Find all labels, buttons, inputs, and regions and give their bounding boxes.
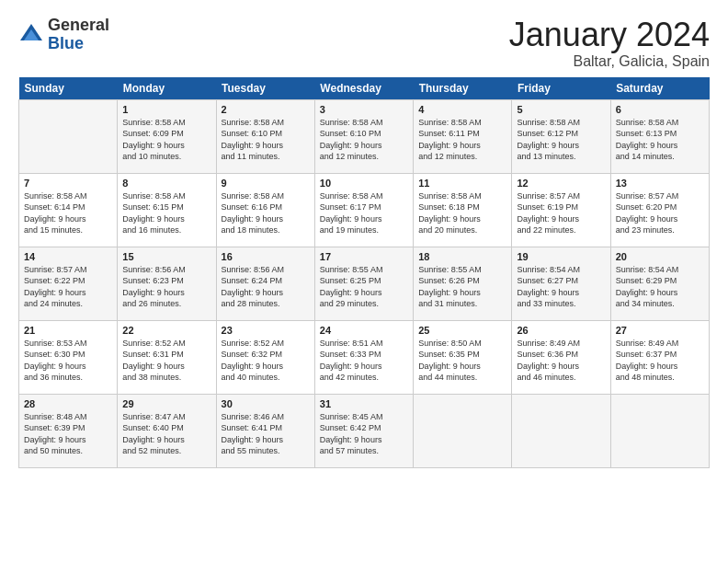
title-block: January 2024 Baltar, Galicia, Spain xyxy=(509,17,710,70)
calendar-cell: 4Sunrise: 8:58 AMSunset: 6:11 PMDaylight… xyxy=(414,99,512,173)
month-title: January 2024 xyxy=(509,17,710,53)
logo-text: General Blue xyxy=(48,17,109,53)
logo-general: General xyxy=(48,17,109,35)
cell-info: Sunrise: 8:57 AMSunset: 6:20 PMDaylight:… xyxy=(616,190,704,236)
header-cell-wednesday: Wednesday xyxy=(314,77,413,100)
calendar-cell xyxy=(19,99,118,173)
day-number: 25 xyxy=(418,325,506,336)
week-row-2: 14Sunrise: 8:57 AMSunset: 6:22 PMDayligh… xyxy=(19,247,710,320)
header: General Blue January 2024 Baltar, Galici… xyxy=(18,17,710,70)
calendar-cell: 21Sunrise: 8:53 AMSunset: 6:30 PMDayligh… xyxy=(19,320,118,394)
calendar-cell: 28Sunrise: 8:48 AMSunset: 6:39 PMDayligh… xyxy=(19,394,118,467)
day-number: 31 xyxy=(320,398,408,409)
cell-info: Sunrise: 8:56 AMSunset: 6:23 PMDaylight:… xyxy=(122,264,210,310)
calendar-cell: 22Sunrise: 8:52 AMSunset: 6:31 PMDayligh… xyxy=(118,320,216,394)
cell-info: Sunrise: 8:46 AMSunset: 6:41 PMDaylight:… xyxy=(222,411,310,457)
location: Baltar, Galicia, Spain xyxy=(509,53,710,70)
header-cell-monday: Monday xyxy=(118,77,216,100)
day-number: 4 xyxy=(418,104,506,115)
day-number: 5 xyxy=(517,104,605,115)
calendar-cell: 23Sunrise: 8:52 AMSunset: 6:32 PMDayligh… xyxy=(216,320,314,394)
header-cell-thursday: Thursday xyxy=(414,77,512,100)
page: General Blue January 2024 Baltar, Galici… xyxy=(0,0,728,563)
day-number: 12 xyxy=(517,178,605,189)
calendar-cell: 31Sunrise: 8:45 AMSunset: 6:42 PMDayligh… xyxy=(314,394,413,467)
day-number: 9 xyxy=(222,178,310,189)
cell-info: Sunrise: 8:52 AMSunset: 6:31 PMDaylight:… xyxy=(122,338,210,384)
day-number: 15 xyxy=(122,251,210,262)
cell-info: Sunrise: 8:57 AMSunset: 6:22 PMDaylight:… xyxy=(24,264,112,310)
day-number: 29 xyxy=(122,398,210,409)
day-number: 2 xyxy=(222,104,310,115)
calendar-cell: 30Sunrise: 8:46 AMSunset: 6:41 PMDayligh… xyxy=(216,394,314,467)
cell-info: Sunrise: 8:58 AMSunset: 6:17 PMDaylight:… xyxy=(320,190,408,236)
cell-info: Sunrise: 8:58 AMSunset: 6:10 PMDaylight:… xyxy=(320,117,408,163)
cell-info: Sunrise: 8:45 AMSunset: 6:42 PMDaylight:… xyxy=(320,411,408,457)
calendar-cell: 25Sunrise: 8:50 AMSunset: 6:35 PMDayligh… xyxy=(414,320,512,394)
cell-info: Sunrise: 8:58 AMSunset: 6:09 PMDaylight:… xyxy=(122,117,210,163)
calendar-cell: 26Sunrise: 8:49 AMSunset: 6:36 PMDayligh… xyxy=(512,320,610,394)
week-row-1: 7Sunrise: 8:58 AMSunset: 6:14 PMDaylight… xyxy=(19,173,710,247)
calendar-cell: 27Sunrise: 8:49 AMSunset: 6:37 PMDayligh… xyxy=(610,320,709,394)
cell-info: Sunrise: 8:57 AMSunset: 6:19 PMDaylight:… xyxy=(517,190,605,236)
week-row-3: 21Sunrise: 8:53 AMSunset: 6:30 PMDayligh… xyxy=(19,320,710,394)
day-number: 24 xyxy=(320,325,408,336)
cell-info: Sunrise: 8:58 AMSunset: 6:15 PMDaylight:… xyxy=(122,190,210,236)
day-number: 18 xyxy=(418,251,506,262)
cell-info: Sunrise: 8:58 AMSunset: 6:13 PMDaylight:… xyxy=(616,117,704,163)
day-number: 26 xyxy=(517,325,605,336)
calendar-cell: 18Sunrise: 8:55 AMSunset: 6:26 PMDayligh… xyxy=(414,247,512,320)
cell-info: Sunrise: 8:55 AMSunset: 6:26 PMDaylight:… xyxy=(418,264,506,310)
day-number: 8 xyxy=(122,178,210,189)
cell-info: Sunrise: 8:48 AMSunset: 6:39 PMDaylight:… xyxy=(24,411,112,457)
calendar-cell: 3Sunrise: 8:58 AMSunset: 6:10 PMDaylight… xyxy=(314,99,413,173)
cell-info: Sunrise: 8:58 AMSunset: 6:12 PMDaylight:… xyxy=(517,117,605,163)
header-cell-tuesday: Tuesday xyxy=(216,77,314,100)
cell-info: Sunrise: 8:58 AMSunset: 6:18 PMDaylight:… xyxy=(418,190,506,236)
cell-info: Sunrise: 8:52 AMSunset: 6:32 PMDaylight:… xyxy=(222,338,310,384)
calendar-cell xyxy=(512,394,610,467)
header-cell-saturday: Saturday xyxy=(610,77,709,100)
calendar-cell: 14Sunrise: 8:57 AMSunset: 6:22 PMDayligh… xyxy=(19,247,118,320)
week-row-4: 28Sunrise: 8:48 AMSunset: 6:39 PMDayligh… xyxy=(19,394,710,467)
calendar-cell: 12Sunrise: 8:57 AMSunset: 6:19 PMDayligh… xyxy=(512,173,610,247)
logo-blue: Blue xyxy=(48,35,109,53)
day-number: 3 xyxy=(320,104,408,115)
header-row: SundayMondayTuesdayWednesdayThursdayFrid… xyxy=(19,77,710,100)
day-number: 20 xyxy=(616,251,704,262)
calendar-cell: 9Sunrise: 8:58 AMSunset: 6:16 PMDaylight… xyxy=(216,173,314,247)
day-number: 13 xyxy=(616,178,704,189)
day-number: 1 xyxy=(122,104,210,115)
cell-info: Sunrise: 8:50 AMSunset: 6:35 PMDaylight:… xyxy=(418,338,506,384)
day-number: 27 xyxy=(616,325,704,336)
calendar-cell: 17Sunrise: 8:55 AMSunset: 6:25 PMDayligh… xyxy=(314,247,413,320)
cell-info: Sunrise: 8:58 AMSunset: 6:11 PMDaylight:… xyxy=(418,117,506,163)
day-number: 21 xyxy=(24,325,112,336)
calendar-cell: 1Sunrise: 8:58 AMSunset: 6:09 PMDaylight… xyxy=(118,99,216,173)
day-number: 19 xyxy=(517,251,605,262)
calendar-cell xyxy=(414,394,512,467)
cell-info: Sunrise: 8:54 AMSunset: 6:27 PMDaylight:… xyxy=(517,264,605,310)
day-number: 6 xyxy=(616,104,704,115)
calendar-cell: 11Sunrise: 8:58 AMSunset: 6:18 PMDayligh… xyxy=(414,173,512,247)
calendar-cell: 19Sunrise: 8:54 AMSunset: 6:27 PMDayligh… xyxy=(512,247,610,320)
day-number: 28 xyxy=(24,398,112,409)
day-number: 10 xyxy=(320,178,408,189)
cell-info: Sunrise: 8:58 AMSunset: 6:10 PMDaylight:… xyxy=(222,117,310,163)
calendar-cell: 15Sunrise: 8:56 AMSunset: 6:23 PMDayligh… xyxy=(118,247,216,320)
calendar-cell: 29Sunrise: 8:47 AMSunset: 6:40 PMDayligh… xyxy=(118,394,216,467)
cell-info: Sunrise: 8:47 AMSunset: 6:40 PMDaylight:… xyxy=(122,411,210,457)
week-row-0: 1Sunrise: 8:58 AMSunset: 6:09 PMDaylight… xyxy=(19,99,710,173)
cell-info: Sunrise: 8:58 AMSunset: 6:14 PMDaylight:… xyxy=(24,190,112,236)
day-number: 23 xyxy=(222,325,310,336)
calendar-table: SundayMondayTuesdayWednesdayThursdayFrid… xyxy=(18,77,710,468)
day-number: 11 xyxy=(418,178,506,189)
day-number: 16 xyxy=(222,251,310,262)
cell-info: Sunrise: 8:56 AMSunset: 6:24 PMDaylight:… xyxy=(222,264,310,310)
calendar-cell: 8Sunrise: 8:58 AMSunset: 6:15 PMDaylight… xyxy=(118,173,216,247)
calendar-cell: 5Sunrise: 8:58 AMSunset: 6:12 PMDaylight… xyxy=(512,99,610,173)
cell-info: Sunrise: 8:51 AMSunset: 6:33 PMDaylight:… xyxy=(320,338,408,384)
calendar-cell: 24Sunrise: 8:51 AMSunset: 6:33 PMDayligh… xyxy=(314,320,413,394)
calendar-cell: 2Sunrise: 8:58 AMSunset: 6:10 PMDaylight… xyxy=(216,99,314,173)
calendar-header: SundayMondayTuesdayWednesdayThursdayFrid… xyxy=(19,77,710,100)
